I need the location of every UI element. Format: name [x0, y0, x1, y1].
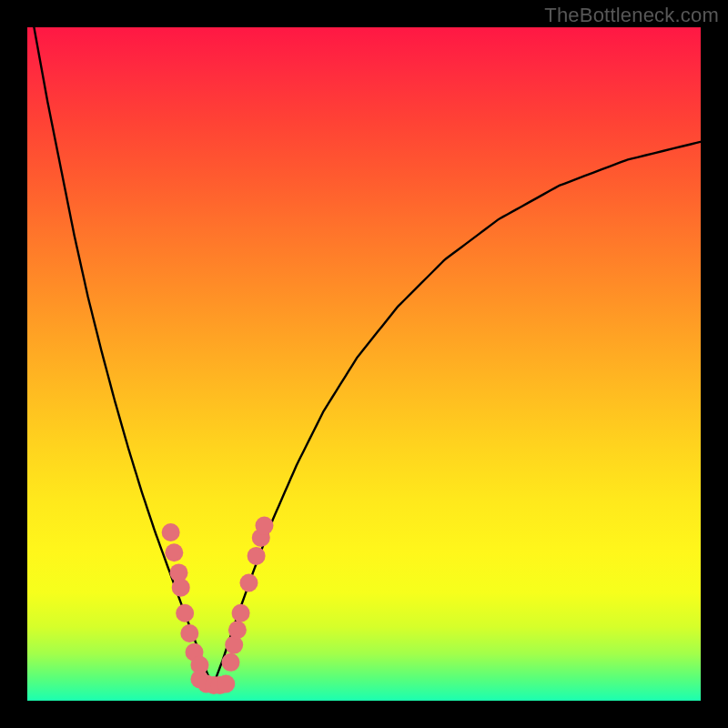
data-point — [228, 621, 247, 639]
data-point — [248, 547, 266, 565]
data-point — [180, 624, 198, 642]
curve-group — [34, 27, 701, 687]
data-point — [217, 675, 235, 693]
plot-area — [27, 27, 701, 701]
data-point — [232, 604, 250, 622]
data-point — [165, 543, 183, 561]
scatter-group — [162, 517, 274, 694]
chart-svg — [27, 27, 701, 701]
curve-right-curve — [213, 142, 702, 687]
chart-frame: TheBottleneck.com — [0, 0, 728, 728]
data-point — [255, 517, 273, 535]
data-point — [239, 574, 258, 592]
watermark-text: TheBottleneck.com — [544, 4, 719, 27]
data-point — [176, 604, 194, 622]
data-point — [221, 653, 239, 672]
data-point — [172, 579, 190, 597]
data-point — [162, 523, 180, 541]
